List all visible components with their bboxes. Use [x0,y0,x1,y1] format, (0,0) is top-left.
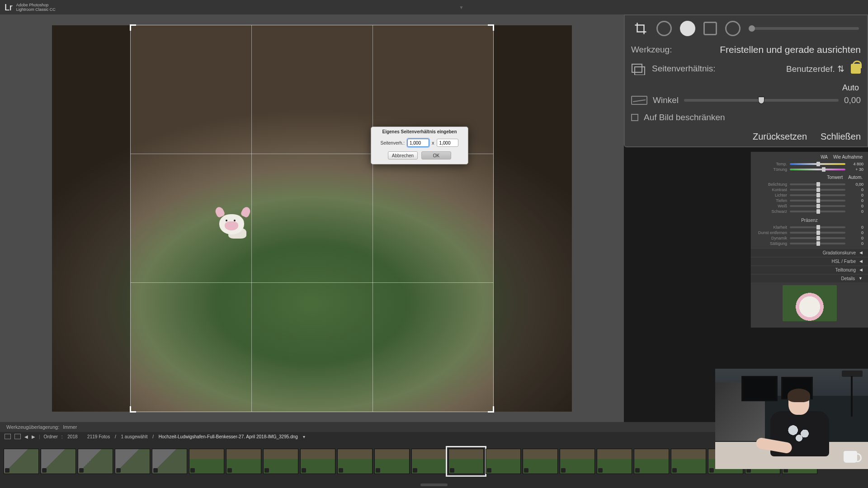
thumbnail[interactable] [337,449,373,474]
dialog-title: Eigenes Seitenverhältnis eingeben [371,127,468,136]
thumbnail[interactable] [411,449,447,474]
thumbnail[interactable] [486,449,521,474]
slider[interactable] [790,194,845,196]
panel-header[interactable]: HSL / Farbe◀ [751,258,868,265]
bottom-bar [0,482,868,488]
slider[interactable] [790,211,845,212]
panel-toggle-bottom-icon[interactable] [420,483,448,486]
overlay-value-dropdown[interactable]: Immer [63,424,77,430]
thumbnail[interactable] [226,449,261,474]
aspect-dropdown[interactable]: Benutzerdef. ⇅ [786,64,844,74]
thumbnail[interactable] [523,449,558,474]
spot-tool-icon[interactable] [656,21,672,36]
aspect-height-input[interactable] [437,139,458,147]
thumbnail[interactable] [671,449,706,474]
angle-icon [631,96,647,105]
slider-value: 0 [848,225,863,230]
slider[interactable] [790,183,845,185]
crop-dim-right [493,25,572,412]
slider-label: Weiß [755,204,787,208]
slider-label: Belichtung [755,182,787,187]
thumbnail[interactable] [41,449,76,474]
angle-slider[interactable] [684,99,839,102]
aspect-lock-icon[interactable] [851,64,861,74]
temp-slider[interactable] [790,163,845,165]
aspect-width-input[interactable] [407,139,429,147]
compare-view-icon[interactable] [14,434,21,439]
ok-button[interactable]: OK [421,151,451,160]
aspect-label: Seitenverhältnis: [652,64,715,74]
slider[interactable] [790,189,845,191]
tint-value: + 30 [848,167,863,172]
slider-label: Lichter [755,193,787,197]
slider-value: 0 [848,204,863,208]
tone-auto-button[interactable]: Autom. [848,175,863,180]
tint-label: Tönung [755,167,787,172]
thumbnail[interactable] [597,449,632,474]
panel-toggle-top-icon[interactable]: ▼ [459,5,463,10]
thumbnail[interactable] [560,449,595,474]
image-canvas[interactable]: Eigenes Seitenverhältnis eingeben Seiten… [0,14,624,422]
develop-panel: WA Wie Aufnahme Temp.4 800 Tönung+ 30 To… [750,152,868,328]
slider[interactable] [790,243,845,244]
crop-handle-br[interactable] [487,405,494,413]
angle-value: 0,00 [844,95,861,105]
thumbnail[interactable] [634,449,669,474]
thumbnail[interactable] [115,449,150,474]
thumbnail[interactable] [300,449,335,474]
thumbnail[interactable] [152,449,187,474]
aspect-ratio-dialog: Eigenes Seitenverhältnis eingeben Seiten… [371,127,468,164]
panel-header[interactable]: Teiltonung◀ [751,266,868,274]
webcam-overlay [715,369,868,469]
tone-title: Tonwert [827,175,843,180]
filename: Hochzeit-Ludwigshafen-Full-Benkesser-27.… [159,434,298,439]
reset-button[interactable]: Zurücksetzen [753,131,807,142]
slider-label: Klarheit [755,225,787,230]
svg-rect-1 [635,67,645,75]
brush-size-slider[interactable] [749,27,859,30]
panel-header[interactable]: Details▼ [751,275,868,282]
slider-value: 0 [848,230,863,235]
thumbnail[interactable] [448,449,484,474]
slider-label: Kontrast [755,188,787,192]
photo-count: 2119 Fotos [87,434,110,439]
panel-header[interactable]: Gradationskurve◀ [751,249,868,257]
tool-label: Werkzeug: [631,45,672,55]
slider-value: 0 [848,209,863,214]
tint-slider[interactable] [790,169,845,170]
close-button[interactable]: Schließen [821,131,861,142]
thumbnail[interactable] [189,449,224,474]
dialog-separator: x [432,140,434,145]
crop-handle-tr[interactable] [487,24,494,32]
gradient-tool-icon[interactable] [703,22,717,35]
redeye-tool-icon[interactable] [680,21,695,36]
thumbnail[interactable] [4,449,39,474]
grid-view-icon[interactable] [5,434,11,439]
wb-label: WA [821,155,828,160]
wb-dropdown[interactable]: Wie Aufnahme [833,155,863,160]
crop-handle-tl[interactable] [130,24,137,32]
slider-value: 0 [848,198,863,203]
crop-handle-bl[interactable] [130,405,137,413]
thumbnail[interactable] [78,449,113,474]
slider[interactable] [790,226,845,228]
crop-overlay[interactable] [131,25,493,412]
cancel-button[interactable]: Abbrechen [388,151,418,160]
slider[interactable] [790,237,845,239]
crop-tool-icon[interactable] [633,21,648,36]
slider-value: 0 [848,236,863,240]
radial-tool-icon[interactable] [725,21,741,36]
slider[interactable] [790,205,845,207]
slider-label: Tiefen [755,198,787,203]
constrain-checkbox[interactable] [631,114,638,121]
slider-value: 0 [848,241,863,246]
slider[interactable] [790,200,845,202]
slider[interactable] [790,232,845,234]
auto-angle-button[interactable]: Auto [630,83,862,93]
crop-tool-panel: Werkzeug: Freistellen und gerade ausrich… [624,14,868,147]
thumbnail[interactable] [263,449,298,474]
slider-label: Schwarz [755,209,787,214]
slider-value: 0 [848,193,863,197]
thumbnail[interactable] [374,449,410,474]
slider-label: Dynamik [755,236,787,240]
